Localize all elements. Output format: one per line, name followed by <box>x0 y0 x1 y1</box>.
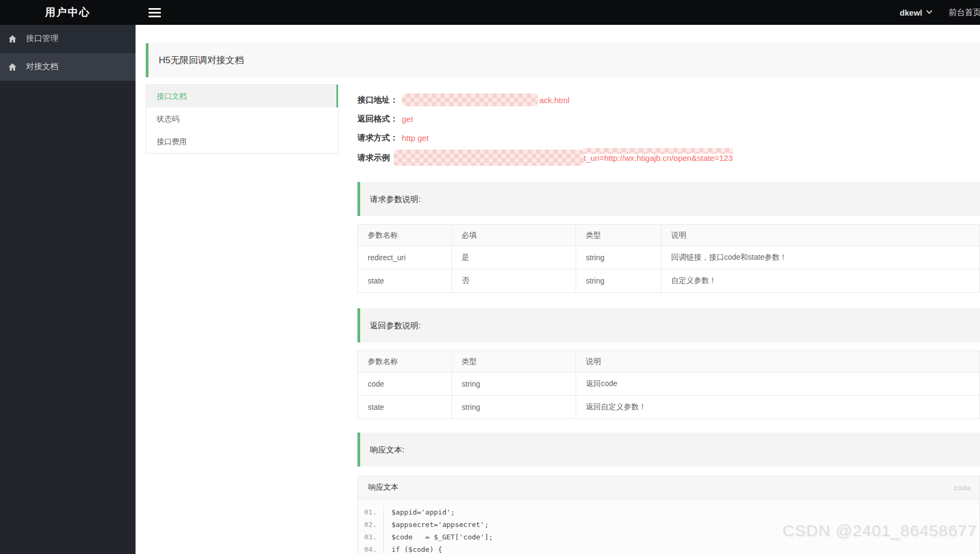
sidebar: 接口管理 对接文档 <box>0 25 136 554</box>
table-row: code string 返回code <box>358 373 980 396</box>
app-title: 用户中心 <box>0 5 136 19</box>
api-address-visible-text: ack.html <box>539 96 570 105</box>
cell-type: string <box>576 269 661 293</box>
table-header-row: 参数名称 必填 类型 说明 <box>358 225 980 246</box>
section-response-params: 返回参数说明: <box>357 308 980 342</box>
code-line: 04. if ($code) { <box>358 543 979 554</box>
section-request-params: 请求参数说明: <box>357 182 980 216</box>
table-row: state string 返回自定义参数！ <box>358 396 980 419</box>
home-icon <box>8 62 17 72</box>
request-method-value: http get <box>402 133 429 143</box>
cell-type: string <box>576 246 661 269</box>
main-content: H5无限回调对接文档 接口文档 状态码 接口费用 接口地址： ack.html … <box>136 25 980 554</box>
line-text: $code = $_GET['code']; <box>384 531 493 543</box>
code-block-header: 响应文本 code <box>358 476 979 499</box>
chevron-down-icon <box>926 8 932 14</box>
redacted-mosaic <box>583 148 733 154</box>
col-description: 说明 <box>576 351 980 373</box>
line-text: $appid='appid'; <box>384 506 455 518</box>
col-param-name: 参数名称 <box>358 351 452 373</box>
cell-description: 返回自定义参数！ <box>576 396 980 419</box>
line-number: 04. <box>358 543 384 554</box>
line-number: 02. <box>358 518 384 531</box>
return-format-label: 返回格式： <box>357 114 398 124</box>
col-param-name: 参数名称 <box>358 225 452 246</box>
response-code-block: 响应文本 code 01. $appid='appid'; 02. $appse… <box>357 476 980 554</box>
subnav-item-api-doc[interactable]: 接口文档 <box>146 85 338 107</box>
line-number: 03. <box>358 531 384 543</box>
front-home-link[interactable]: 前台首页 <box>949 8 980 18</box>
subnav-item-status-codes[interactable]: 状态码 <box>146 107 338 130</box>
col-required: 必填 <box>452 225 576 246</box>
return-format-line: 返回格式： get <box>357 112 980 126</box>
request-example-visible-text: t_uri=http://wx.htigajb.cn/open&state=12… <box>584 153 733 163</box>
line-number: 01. <box>358 506 384 518</box>
col-description: 说明 <box>661 225 980 246</box>
code-line: 02. $appsecret='appsecret'; <box>358 518 979 531</box>
table-header-row: 参数名称 类型 说明 <box>358 351 980 373</box>
cell-description: 返回code <box>576 373 980 396</box>
username: dkewl <box>900 8 922 17</box>
code-body: 01. $appid='appid'; 02. $appsecret='apps… <box>358 499 979 554</box>
request-example-line: 请求示例 t_uri=http://wx.htigajb.cn/open&sta… <box>357 150 980 166</box>
table-row: redirect_uri 是 string 回调链接，接口code和state参… <box>358 246 980 269</box>
cell-description: 自定义参数！ <box>661 269 980 293</box>
hamburger-menu-icon[interactable] <box>148 6 161 19</box>
redacted-mosaic <box>402 93 538 106</box>
cell-description: 回调链接，接口code和state参数！ <box>661 246 980 269</box>
response-params-table: 参数名称 类型 说明 code string 返回code state stri… <box>357 350 980 419</box>
cell-type: string <box>452 373 576 396</box>
return-format-value: get <box>402 114 413 124</box>
cell-param-name: code <box>358 373 452 396</box>
col-type: 类型 <box>576 225 661 246</box>
doc-subnav: 接口文档 状态码 接口费用 <box>146 84 339 153</box>
home-icon <box>8 34 17 44</box>
api-address-line: 接口地址： ack.html <box>357 93 980 107</box>
request-method-line: 请求方式： http get <box>357 131 980 145</box>
cell-param-name: state <box>358 269 452 293</box>
sidebar-item-docs[interactable]: 对接文档 <box>0 53 136 81</box>
code-lang-badge: code <box>954 484 971 492</box>
api-address-label: 接口地址： <box>357 95 398 105</box>
cell-required: 是 <box>452 246 576 269</box>
table-row: state 否 string 自定义参数！ <box>358 269 980 293</box>
cell-required: 否 <box>452 269 576 293</box>
request-params-table: 参数名称 必填 类型 说明 redirect_uri 是 string 回调链接… <box>357 224 980 293</box>
line-text: $appsecret='appsecret'; <box>384 518 489 531</box>
section-response-text: 响应文本: <box>357 433 980 467</box>
cell-param-name: redirect_uri <box>358 246 452 269</box>
cell-param-name: state <box>358 396 452 419</box>
line-text: if ($code) { <box>384 543 442 554</box>
request-example-label: 请求示例 <box>357 153 390 163</box>
sidebar-item-api-management[interactable]: 接口管理 <box>0 25 136 53</box>
code-block-title: 响应文本 <box>368 483 398 492</box>
topbar: 用户中心 dkewl 前台首页 <box>0 0 980 25</box>
sidebar-item-label: 接口管理 <box>26 33 58 44</box>
col-type: 类型 <box>452 351 576 373</box>
code-line: 03. $code = $_GET['code']; <box>358 531 979 543</box>
page-title: H5无限回调对接文档 <box>146 43 980 77</box>
code-line: 01. $appid='appid'; <box>358 506 979 518</box>
request-method-label: 请求方式： <box>357 133 398 143</box>
sidebar-item-label: 对接文档 <box>26 62 58 72</box>
cell-type: string <box>452 396 576 419</box>
subnav-item-api-fees[interactable]: 接口费用 <box>146 130 338 153</box>
user-dropdown[interactable]: dkewl <box>900 8 931 17</box>
redacted-mosaic <box>394 150 584 166</box>
